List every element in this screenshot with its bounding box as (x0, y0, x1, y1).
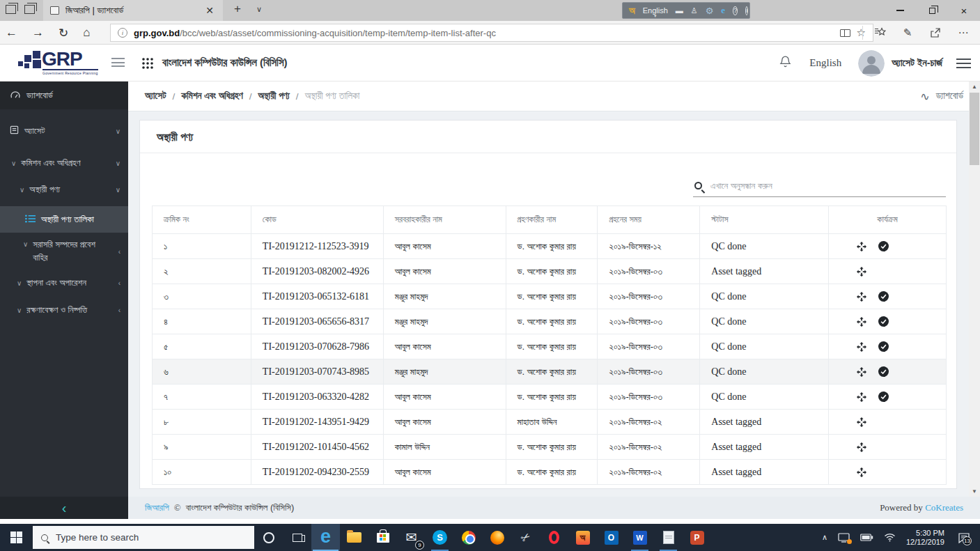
tab-close-icon[interactable]: ✕ (203, 5, 216, 16)
taskbar-search-input[interactable] (56, 532, 246, 543)
hub-favorites-icon[interactable] (866, 27, 894, 38)
qc-check-icon[interactable] (878, 366, 889, 377)
move-action-icon[interactable] (857, 392, 866, 402)
set-tabs-aside-icon[interactable] (24, 5, 35, 14)
grp-logo[interactable]: GRP Government Resource Planning (18, 51, 109, 76)
sidebar-item-dashboard[interactable]: ড্যাশবোর্ড (0, 82, 128, 109)
move-action-icon[interactable] (857, 417, 866, 427)
sidebar-item-temp-item-list[interactable]: অস্থায়ী পণ্য তালিকা (0, 206, 128, 233)
web-note-pen-icon[interactable]: ✎ (894, 26, 921, 39)
taskbar-powerpoint-icon[interactable]: P (683, 524, 711, 551)
url-field[interactable]: i grp.gov.bd/bcc/web/ast/asset/commissio… (110, 24, 873, 42)
tab-preview-icon[interactable] (6, 5, 16, 14)
window-minimize-button[interactable] (884, 0, 916, 21)
move-action-icon[interactable] (857, 292, 866, 302)
cortana-button[interactable] (254, 524, 283, 551)
move-action-icon[interactable] (857, 267, 866, 277)
action-center-icon[interactable]: 13 (955, 529, 973, 547)
qc-check-icon[interactable] (878, 291, 889, 302)
tray-battery-icon[interactable] (860, 534, 873, 541)
move-action-icon[interactable] (857, 467, 866, 477)
breadcrumb-item[interactable]: অ্যাসেট (145, 91, 166, 102)
breadcrumb-item[interactable]: কমিশন এবং অধিগ্রহণ (181, 91, 242, 102)
tray-display-icon[interactable] (838, 533, 850, 543)
search-input[interactable] (710, 180, 944, 191)
taskbar-edge-icon[interactable]: e (311, 524, 340, 551)
avro-info-icon[interactable]: i (745, 6, 748, 15)
qc-check-icon[interactable] (878, 391, 889, 402)
move-action-icon[interactable] (857, 367, 866, 377)
scroll-up-icon[interactable]: ▲ (969, 82, 980, 92)
user-avatar[interactable] (858, 50, 885, 77)
taskbar-avro-icon[interactable]: অ (568, 524, 597, 551)
language-selector[interactable]: English (809, 57, 841, 69)
dashboard-link[interactable]: ∿ ড্যাশবোর্ড (920, 90, 963, 103)
avro-help-icon[interactable]: ? (733, 6, 738, 15)
taskbar-snipping-tool-icon[interactable]: ✂ (511, 524, 540, 551)
sidebar-item-temp-item[interactable]: ∨ অস্থায়ী পণ্য ∨ (0, 180, 128, 199)
footer-brand-link[interactable]: জিআরপি (145, 502, 169, 513)
scroll-down-icon[interactable]: ▼ (969, 486, 980, 497)
tab-list-chevron-icon[interactable]: ∨ (256, 5, 262, 14)
user-name[interactable]: অ্যাসেট ইন-চার্জ (892, 57, 942, 69)
page-scrollbar[interactable]: ▲ ▼ (969, 82, 980, 497)
qc-check-icon[interactable] (878, 241, 889, 251)
taskbar-clock[interactable]: 5:30 PM 12/12/2019 (906, 529, 944, 547)
breadcrumb-item[interactable]: অস্থায়ী পণ্য (258, 91, 289, 102)
back-button[interactable]: ← (6, 26, 17, 40)
avro-logo-icon[interactable]: অ (629, 5, 635, 17)
taskbar-skype-icon[interactable]: S (426, 524, 454, 551)
taskbar-store-icon[interactable] (368, 524, 397, 551)
hidden-icons-chevron[interactable]: ∧ (822, 533, 827, 542)
browser-tab[interactable]: জিআরপি | ড্যাশবোর্ড ✕ (43, 0, 223, 21)
taskbar-chrome-icon[interactable] (454, 524, 483, 551)
scrollbar-thumb[interactable] (970, 93, 979, 165)
move-action-icon[interactable] (857, 442, 866, 452)
sidebar-item-commission-acquisition[interactable]: ∨ কমিশন এবং অধিগ্রহণ ∨ (0, 154, 128, 172)
taskbar-mail-icon[interactable]: ✉9 (397, 524, 426, 551)
start-button[interactable] (0, 524, 33, 551)
qc-check-icon[interactable] (878, 316, 889, 327)
task-view-button[interactable] (283, 524, 311, 551)
move-action-icon[interactable] (857, 317, 866, 327)
table-row: ৭ TI-20191203-063320-4282 আবুল কাসেম ড. … (153, 385, 947, 410)
new-tab-button[interactable]: + (234, 2, 241, 16)
cokreates-link[interactable]: CoKreates (925, 502, 963, 513)
taskbar-word-icon[interactable]: W (625, 524, 654, 551)
refresh-button[interactable]: ↻ (59, 26, 68, 40)
reading-view-icon[interactable] (840, 29, 850, 37)
qc-check-icon[interactable] (878, 341, 889, 352)
share-icon[interactable] (921, 27, 949, 38)
avro-keyboard-icon[interactable]: ▬ (676, 7, 683, 15)
avro-keyboard-toolbar[interactable]: অ English ▬ ♙ ⚙ e ? i (622, 2, 750, 19)
site-info-icon[interactable]: i (118, 28, 127, 38)
avro-settings-gear-icon[interactable]: ⚙ (706, 6, 714, 16)
window-restore-button[interactable] (916, 0, 948, 21)
notifications-bell-icon[interactable] (779, 55, 791, 71)
taskbar-outlook-icon[interactable]: O (597, 524, 625, 551)
home-button[interactable]: ⌂ (83, 26, 90, 40)
window-close-button[interactable]: × (948, 0, 980, 21)
tray-wifi-icon[interactable] (884, 533, 896, 542)
avro-ie-icon[interactable]: e (721, 5, 725, 16)
taskbar-opera-icon[interactable] (540, 524, 568, 551)
more-options-icon[interactable]: ⋯ (949, 26, 977, 39)
move-action-icon[interactable] (857, 342, 866, 352)
settings-menu-icon[interactable] (956, 59, 971, 68)
sidebar-item-asset[interactable]: অ্যাসেট ∨ (0, 122, 128, 140)
forward-button[interactable]: → (32, 26, 44, 40)
taskbar-file-explorer-icon[interactable] (340, 524, 368, 551)
taskbar-notepad-icon[interactable] (654, 524, 683, 551)
sidebar-toggle-icon[interactable] (111, 58, 125, 67)
sidebar-item-maintenance-disposal[interactable]: ∨ রক্ষণাবেক্ষণ ও নিষ্পত্তি ‹ (0, 301, 128, 319)
sidebar-collapse-button[interactable]: ‹ (0, 497, 128, 519)
sidebar-item-direct-asset-entry-exit[interactable]: ∨ সরাসরি সম্পদের প্রবেশ বাহির ‹ (0, 238, 128, 265)
taskbar-search[interactable] (33, 526, 254, 549)
avro-language-selector[interactable]: English (643, 6, 668, 15)
taskbar-firefox-icon[interactable] (483, 524, 511, 551)
move-action-icon[interactable] (857, 242, 866, 251)
sidebar-item-setup-operation[interactable]: ∨ স্থাপনা এবং অপারেশন ‹ (0, 274, 128, 292)
avro-mouse-icon[interactable]: ♙ (691, 7, 698, 15)
app-grid-icon[interactable] (141, 57, 154, 72)
url-text[interactable]: grp.gov.bd/bcc/web/ast/asset/commissioni… (134, 28, 834, 38)
